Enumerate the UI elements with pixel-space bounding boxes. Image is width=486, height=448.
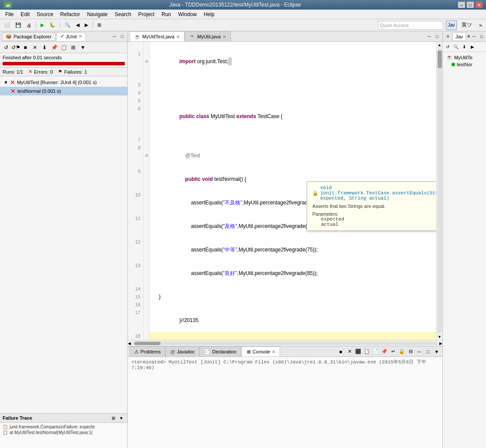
tab-declaration[interactable]: 📄 Declaration	[199, 346, 241, 356]
editor-horizontal-scrollbar[interactable]: ◀ ▶	[128, 340, 442, 346]
code-editor[interactable]: 1 ⊖ import org.junit.Test;	[128, 42, 436, 340]
view-menu-button[interactable]: ▼	[79, 43, 87, 52]
layout-button[interactable]: ⊞	[69, 43, 78, 52]
tab-package-explorer[interactable]: 📦 Package Explorer	[2, 32, 55, 41]
tab-junit[interactable]: ✓ JUnit ✕	[56, 32, 86, 41]
history-button[interactable]: 📋	[59, 43, 68, 52]
right-tb-3[interactable]: ⬇	[460, 43, 468, 51]
right-tree-root[interactable]: ☕ MyUtilTe	[445, 54, 484, 61]
minimize-button[interactable]: –	[458, 2, 465, 8]
right-tree-child[interactable]: testNor	[445, 61, 484, 68]
console-terminate-button[interactable]: ⬛	[354, 348, 362, 356]
tab-console-close[interactable]: ✕	[272, 350, 275, 354]
failure-trace-view-button[interactable]: ▼	[118, 414, 125, 421]
back-button[interactable]: ◀	[74, 20, 82, 30]
editor-minimize-button[interactable]: ─	[426, 33, 433, 40]
javadoc-icon: @	[170, 349, 175, 354]
hscroll-right-button[interactable]: ▶	[439, 341, 442, 346]
rerun-failed-button[interactable]: ↺⚑	[11, 43, 20, 52]
console-layout-button[interactable]: ⊟	[407, 348, 414, 356]
menu-navigate[interactable]: Navigate	[83, 10, 111, 18]
save-button[interactable]: 💾	[13, 20, 24, 30]
editor-maximize-button[interactable]: □	[434, 33, 441, 40]
menu-edit[interactable]: Edit	[17, 10, 33, 18]
extra-button[interactable]: »	[477, 20, 484, 30]
new-button[interactable]: ⬜	[2, 20, 12, 30]
rerun-button[interactable]: ↺	[2, 43, 10, 52]
maximize-button[interactable]: □	[467, 2, 474, 8]
right-tb-1[interactable]: ↺	[444, 43, 452, 51]
toggle-scroll-button[interactable]: ⬇	[40, 43, 49, 52]
console-paste-button[interactable]: 📄	[372, 348, 380, 356]
stop-button[interactable]: ■	[21, 43, 30, 52]
tree-child-node[interactable]: ✕ testNormal (0.001 s)	[0, 87, 127, 95]
menu-run[interactable]: Run	[158, 10, 175, 18]
scroll-down-button[interactable]: ▼	[437, 334, 443, 340]
right-tb-4[interactable]: ▶	[469, 43, 476, 51]
right-min-button[interactable]: ─	[470, 33, 477, 40]
tab-console[interactable]: 🖥 Console ✕	[241, 346, 280, 356]
console-stop-button[interactable]: ■	[337, 348, 345, 356]
tab-javadoc[interactable]: @ Javadoc	[165, 346, 199, 356]
console-scroll-lock-button[interactable]: 🔒	[398, 348, 406, 356]
failure-trace-layout-button[interactable]: ⊞	[110, 414, 117, 421]
debug-button[interactable]: 🐛	[47, 20, 58, 30]
right-close-button[interactable]: ✕	[467, 34, 470, 39]
menu-source[interactable]: Source	[33, 10, 57, 18]
right-tree-icon: ☕	[446, 54, 452, 60]
console-copy-button[interactable]: 📋	[363, 348, 371, 356]
forward-button[interactable]: ▶	[82, 20, 90, 30]
tab-myutil[interactable]: ☕ MyUtil.java ✕	[185, 31, 231, 41]
menu-help[interactable]: Help	[200, 10, 218, 18]
minimize-panel-button[interactable]: ─	[111, 33, 118, 40]
hscroll-left-button[interactable]: ◀	[128, 341, 131, 346]
tab-java-right[interactable]: Jav	[452, 32, 466, 41]
hscroll-track[interactable]	[133, 342, 438, 345]
errors-label: Errors:	[34, 69, 48, 75]
menu-project[interactable]: Project	[135, 10, 158, 18]
quick-access-input[interactable]: Quick Access	[378, 21, 443, 30]
tab-myutil-close[interactable]: ✕	[222, 34, 226, 39]
console-wrap-button[interactable]: ↵	[389, 348, 397, 356]
perspective-button[interactable]: ⊞	[95, 20, 103, 30]
tree-root-node[interactable]: ▼ ✕ MyUtilTest [Runner: JUnit 4] (0.001 …	[0, 78, 127, 87]
right-tb-2[interactable]: 🔍	[452, 43, 460, 51]
console-maximize-button[interactable]: □	[424, 348, 432, 356]
search-button[interactable]: 🔍	[62, 20, 73, 30]
tab-myutiltest-close[interactable]: ✕	[176, 34, 180, 39]
menu-file[interactable]: File	[2, 10, 17, 18]
scroll-track[interactable]	[438, 49, 442, 333]
right-panel-overflow[interactable]: ≡	[445, 33, 452, 40]
perspective-other-button[interactable]: 英ツ	[459, 20, 474, 30]
hscroll-thumb[interactable]	[134, 342, 161, 345]
editor-vertical-scrollbar[interactable]: ▲ ▼	[436, 42, 442, 340]
code-line-7: 7	[128, 136, 436, 144]
tooltip-params: Parameters: expected actual	[312, 211, 436, 227]
perspective-java-button[interactable]: Jav	[446, 20, 457, 30]
right-content: ☕ MyUtilTe testNor	[443, 52, 486, 448]
tab-javadoc-label: Javadoc	[177, 349, 195, 354]
tab-myutiltest[interactable]: ☕ MyUtilTest.java ✕	[130, 31, 185, 41]
code-line-3: 3	[128, 81, 436, 89]
print-button[interactable]: 🖨	[24, 20, 34, 30]
tab-problems[interactable]: ⚠ Problems	[130, 346, 165, 356]
toggle-failures-button[interactable]: ✕	[31, 43, 39, 52]
menu-refactor[interactable]: Refactor	[57, 10, 83, 18]
maximize-panel-button[interactable]: □	[119, 33, 126, 40]
menu-search[interactable]: Search	[111, 10, 135, 18]
close-button[interactable]: ✕	[476, 2, 483, 8]
bottom-tabs: ⚠ Problems @ Javadoc 📄 Declaration 🖥 Con…	[130, 346, 280, 356]
menu-window[interactable]: Window	[175, 10, 200, 18]
scroll-up-button[interactable]: ▲	[437, 42, 443, 48]
console-minimize-button[interactable]: ─	[415, 348, 423, 356]
console-clear-button[interactable]: ✕	[346, 348, 353, 356]
junit-tab-close[interactable]: ✕	[79, 34, 82, 39]
pin-button[interactable]: 📌	[50, 43, 58, 52]
title-bar-icon: ☕	[3, 1, 12, 8]
console-view-menu-button[interactable]: ▼	[433, 348, 441, 356]
scroll-thumb[interactable]	[438, 51, 442, 68]
code-line-18: 18	[128, 332, 436, 340]
run-button[interactable]: ▶	[38, 20, 46, 30]
right-max-button[interactable]: □	[478, 33, 485, 40]
console-pin-button[interactable]: 📌	[380, 348, 388, 356]
